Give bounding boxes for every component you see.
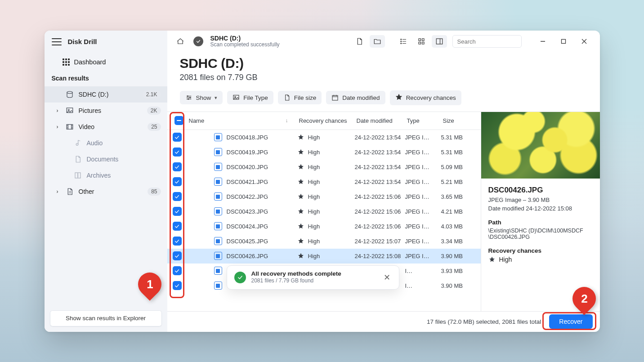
row-checkbox[interactable] bbox=[173, 133, 182, 142]
sidebar-item-archives[interactable]: ›Archives bbox=[45, 167, 167, 183]
star-icon bbox=[297, 148, 304, 156]
maximize-button[interactable] bbox=[555, 35, 572, 48]
svg-rect-10 bbox=[419, 42, 421, 45]
search-box[interactable] bbox=[452, 35, 522, 48]
table-row[interactable]: DSC00423.JPGHigh24-12-2022 15:06JPEG I…4… bbox=[167, 204, 481, 219]
sidebar-item-documents[interactable]: ›Documents bbox=[45, 151, 167, 167]
sidebar-item-audio[interactable]: ›Audio bbox=[45, 135, 167, 151]
chevron-right-icon: › bbox=[54, 188, 61, 195]
sliders-icon bbox=[185, 94, 192, 101]
star-icon bbox=[297, 163, 304, 170]
row-checkbox[interactable] bbox=[173, 222, 182, 231]
home-icon[interactable] bbox=[174, 36, 186, 47]
document-icon bbox=[283, 94, 291, 101]
table-row[interactable]: DSC00418.JPGHigh24-12-2022 13:54JPEG I…5… bbox=[167, 130, 481, 145]
col-date[interactable]: Date modified bbox=[355, 117, 405, 124]
table-row[interactable]: DSC00424.JPGHigh24-12-2022 15:06JPEG I…4… bbox=[167, 219, 481, 234]
type-value: I… bbox=[405, 268, 441, 274]
sidebar-item-sdhc-d-[interactable]: ›SDHC (D:)2.1K bbox=[45, 86, 167, 103]
menu-icon[interactable] bbox=[52, 38, 62, 45]
chip-recovery-chances[interactable]: Recovery chances bbox=[390, 90, 461, 105]
minimize-button[interactable] bbox=[534, 35, 551, 48]
chip-file-type[interactable]: File Type bbox=[227, 91, 273, 104]
preview-type-size: JPEG Image – 3.90 MB bbox=[488, 197, 593, 203]
folder-icon[interactable] bbox=[370, 35, 385, 48]
recover-button[interactable]: Recover bbox=[549, 314, 592, 329]
page-heading: SDHC (D:) 2081 files on 7.79 GB bbox=[167, 53, 600, 84]
size-value: 3.65 MB bbox=[441, 193, 477, 200]
grid-view-icon[interactable] bbox=[414, 35, 429, 48]
type-value: JPEG I… bbox=[405, 208, 441, 215]
star-icon bbox=[297, 208, 304, 215]
date-value: 24-12-2022 13:54 bbox=[355, 149, 405, 156]
row-checkbox[interactable] bbox=[173, 207, 182, 216]
sidebar-item-video[interactable]: ›Video25 bbox=[45, 119, 167, 135]
row-checkbox[interactable] bbox=[173, 251, 182, 260]
sidebar-item-label: Pictures bbox=[79, 107, 143, 114]
file-name: DSC00420.JPG bbox=[227, 164, 268, 170]
app-window: Disk Drill Dashboard Scan results ›SDHC … bbox=[45, 31, 600, 332]
size-value: 4.21 MB bbox=[441, 208, 477, 215]
file-icon bbox=[214, 282, 222, 290]
file-icon bbox=[214, 252, 222, 260]
file-name: DSC00421.JPG bbox=[227, 179, 268, 185]
size-value: 5.21 MB bbox=[441, 179, 477, 185]
page-title: SDHC (D:) bbox=[180, 56, 587, 71]
size-value: 3.93 MB bbox=[441, 268, 477, 274]
size-value: 3.90 MB bbox=[441, 253, 477, 259]
toast-close-icon[interactable]: ✕ bbox=[381, 273, 394, 282]
svg-rect-20 bbox=[332, 95, 338, 100]
type-value: JPEG I… bbox=[405, 193, 441, 200]
split-view-icon[interactable] bbox=[432, 35, 447, 48]
row-checkbox[interactable] bbox=[173, 177, 182, 186]
chip-file-size[interactable]: File size bbox=[278, 91, 322, 104]
file-icon[interactable] bbox=[352, 35, 367, 48]
sidebar-dashboard[interactable]: Dashboard bbox=[45, 53, 167, 71]
table-row[interactable]: DSC00422.JPGHigh24-12-2022 15:06JPEG I…3… bbox=[167, 189, 481, 204]
col-recovery[interactable]: Recovery chances bbox=[297, 117, 355, 124]
row-checkbox[interactable] bbox=[173, 237, 182, 246]
col-type[interactable]: Type bbox=[405, 117, 441, 124]
table-row[interactable]: DSC00425.JPGHigh24-12-2022 15:07JPEG I…3… bbox=[167, 234, 481, 249]
page-subtitle: 2081 files on 7.79 GB bbox=[180, 73, 587, 82]
table-head: Name↓ Recovery chances Date modified Typ… bbox=[167, 112, 481, 130]
file-icon bbox=[214, 237, 222, 245]
row-checkbox[interactable] bbox=[173, 266, 182, 275]
row-checkbox[interactable] bbox=[173, 147, 182, 156]
select-all-checkbox[interactable] bbox=[174, 116, 183, 125]
search-input[interactable] bbox=[456, 38, 534, 45]
col-name[interactable]: Name↓ bbox=[187, 117, 297, 124]
table-row[interactable]: DSC00421.JPGHigh24-12-2022 13:54JPEG I…5… bbox=[167, 174, 481, 189]
date-value: 24-12-2022 13:54 bbox=[355, 134, 405, 141]
type-value: JPEG I… bbox=[405, 223, 441, 230]
svg-point-6 bbox=[400, 41, 401, 42]
svg-point-19 bbox=[235, 96, 236, 98]
chip-show[interactable]: Show ▾ bbox=[180, 91, 223, 104]
col-size[interactable]: Size bbox=[441, 117, 477, 124]
table-row[interactable]: DSC00420.JPGHigh24-12-2022 13:54JPEG I…5… bbox=[167, 160, 481, 174]
video-icon bbox=[65, 123, 74, 131]
show-in-explorer-button[interactable]: Show scan results in Explorer bbox=[50, 310, 162, 326]
size-value: 5.09 MB bbox=[441, 164, 477, 170]
row-checkbox[interactable] bbox=[173, 162, 182, 171]
recovery-value: High bbox=[308, 223, 320, 230]
titlebar: Disk Drill bbox=[45, 31, 167, 53]
sidebar-item-other[interactable]: ›Other85 bbox=[45, 183, 167, 200]
list-view-icon[interactable] bbox=[396, 35, 411, 48]
sidebar: Disk Drill Dashboard Scan results ›SDHC … bbox=[45, 31, 167, 332]
row-checkbox[interactable] bbox=[173, 281, 182, 290]
preview-path: \Existing\SDHC (D)\DCIM\100MSDCF \DSC004… bbox=[488, 228, 593, 240]
sidebar-item-pictures[interactable]: ›Pictures2K bbox=[45, 103, 167, 119]
type-value: JPEG I… bbox=[405, 134, 441, 141]
toast-recovery-complete: All recovery methods complete 2081 files… bbox=[227, 265, 399, 290]
size-value: 5.31 MB bbox=[441, 134, 477, 141]
topbar-subtitle: Scan completed successfully bbox=[210, 42, 280, 48]
table-row[interactable]: DSC00419.JPGHigh24-12-2022 13:54JPEG I…5… bbox=[167, 145, 481, 160]
file-icon bbox=[214, 267, 222, 275]
sidebar-item-label: Audio bbox=[87, 139, 161, 147]
topbar-title: SDHC (D:) bbox=[210, 35, 280, 42]
row-checkbox[interactable] bbox=[173, 192, 182, 201]
chip-date-modified[interactable]: Date modified bbox=[326, 91, 385, 104]
table-row[interactable]: DSC00426.JPGHigh24-12-2022 15:08JPEG I…3… bbox=[167, 249, 481, 264]
close-button[interactable] bbox=[576, 35, 593, 48]
